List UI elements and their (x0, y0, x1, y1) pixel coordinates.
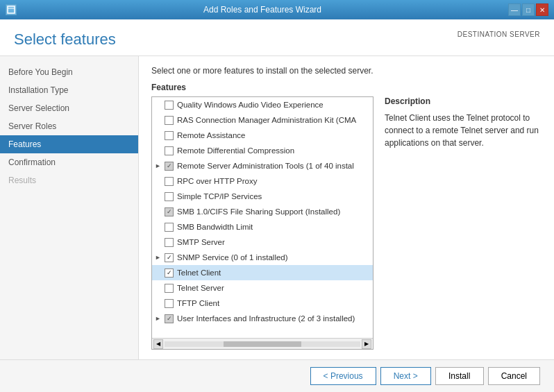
scroll-track[interactable] (165, 341, 360, 347)
close-button[interactable]: ✕ (536, 3, 548, 16)
features-list[interactable]: Quality Windows Audio Video Experience R… (152, 97, 373, 338)
feature-checkbox[interactable]: ✓ (165, 162, 174, 171)
features-list-container: Quality Windows Audio Video Experience R… (151, 96, 373, 350)
feature-checkbox[interactable]: ✓ (165, 253, 174, 262)
feature-label: RAS Connection Manager Administration Ki… (177, 116, 370, 124)
features-section: Quality Windows Audio Video Experience R… (151, 96, 542, 350)
feature-label: Telnet Server (177, 284, 370, 292)
page-title: Select features (14, 31, 116, 49)
feature-checkbox[interactable] (165, 238, 174, 247)
sidebar: Before You Begin Installation Type Serve… (0, 56, 139, 359)
feature-checkbox[interactable] (165, 177, 174, 186)
feature-checkbox[interactable] (165, 101, 174, 110)
wizard-container: Select features DESTINATION SERVER Befor… (0, 19, 554, 392)
sidebar-item-results: Results (0, 171, 138, 189)
feature-checkbox[interactable] (165, 299, 174, 308)
list-item[interactable]: RAS Connection Manager Administration Ki… (152, 112, 373, 128)
sidebar-item-server-selection[interactable]: Server Selection (0, 99, 138, 117)
feature-checkbox[interactable] (165, 131, 174, 140)
feature-label: TFTP Client (177, 299, 370, 307)
list-item[interactable]: ✓ SMB 1.0/CIFS File Sharing Support (Ins… (152, 204, 373, 219)
sidebar-item-features[interactable]: Features (0, 135, 138, 153)
app-icon (6, 4, 17, 15)
wizard-header: Select features DESTINATION SERVER (0, 19, 554, 56)
list-item[interactable]: Remote Assistance (152, 128, 373, 143)
list-item[interactable]: TFTP Client (152, 296, 373, 311)
feature-label: Remote Differential Compression (177, 146, 370, 155)
expand-icon: ► (155, 162, 165, 169)
horizontal-scrollbar[interactable]: ◀ ▶ (152, 338, 373, 349)
destination-server-label: DESTINATION SERVER (458, 31, 540, 38)
feature-label: RPC over HTTP Proxy (177, 177, 370, 185)
title-bar: Add Roles and Features Wizard ― □ ✕ (0, 0, 554, 19)
wizard-footer: < Previous Next > Install Cancel (0, 359, 554, 392)
scroll-thumb[interactable] (224, 341, 302, 347)
list-item[interactable]: ► ✓ User Interfaces and Infrastructure (… (152, 311, 373, 326)
feature-label: SMB Bandwidth Limit (177, 223, 370, 231)
previous-button[interactable]: < Previous (310, 367, 376, 385)
sidebar-item-before-you-begin[interactable]: Before You Begin (0, 63, 138, 81)
description-text: Telnet Client uses the Telnet protocol t… (385, 112, 539, 149)
window-title: Add Roles and Features Wizard (17, 5, 508, 15)
scroll-right-button[interactable]: ▶ (362, 339, 371, 349)
instruction-text: Select one or more features to install o… (151, 66, 542, 76)
feature-label: Simple TCP/IP Services (177, 192, 370, 201)
features-label: Features (151, 83, 542, 92)
svg-rect-0 (8, 6, 15, 13)
maximize-button[interactable]: □ (522, 3, 535, 16)
feature-label: Remote Server Administration Tools (1 of… (177, 162, 370, 170)
list-item[interactable]: RPC over HTTP Proxy (152, 173, 373, 189)
feature-checkbox[interactable]: ✓ (165, 207, 174, 216)
expand-icon: ► (155, 315, 165, 322)
sidebar-item-installation-type[interactable]: Installation Type (0, 81, 138, 99)
list-item-telnet-client[interactable]: ✓ Telnet Client (152, 265, 373, 280)
feature-label: SNMP Service (0 of 1 installed) (177, 253, 370, 262)
feature-label-telnet-client: Telnet Client (177, 269, 370, 277)
feature-label: SMTP Server (177, 238, 370, 246)
list-item[interactable]: Telnet Server (152, 280, 373, 296)
feature-checkbox[interactable]: ✓ (165, 314, 174, 323)
list-item[interactable]: ► ✓ Remote Server Administration Tools (… (152, 158, 373, 173)
feature-label: Remote Assistance (177, 131, 370, 139)
list-item[interactable]: Simple TCP/IP Services (152, 189, 373, 204)
list-item[interactable]: Quality Windows Audio Video Experience (152, 97, 373, 112)
main-content: Select one or more features to install o… (139, 56, 554, 359)
feature-checkbox[interactable] (165, 192, 174, 201)
minimize-button[interactable]: ― (508, 3, 521, 16)
list-item[interactable]: ► ✓ SNMP Service (0 of 1 installed) (152, 250, 373, 265)
list-item[interactable]: SMB Bandwidth Limit (152, 219, 373, 235)
list-item[interactable]: Remote Differential Compression (152, 143, 373, 158)
next-button[interactable]: Next > (380, 367, 431, 385)
sidebar-item-server-roles[interactable]: Server Roles (0, 117, 138, 135)
feature-checkbox[interactable] (165, 116, 174, 125)
list-item[interactable]: SMTP Server (152, 235, 373, 250)
description-title: Description (385, 96, 539, 106)
feature-label: SMB 1.0/CIFS File Sharing Support (Insta… (177, 207, 370, 216)
feature-checkbox[interactable] (165, 223, 174, 232)
feature-checkbox-telnet-client[interactable]: ✓ (165, 269, 174, 278)
install-button[interactable]: Install (435, 367, 484, 385)
sidebar-item-confirmation[interactable]: Confirmation (0, 153, 138, 171)
wizard-body: Before You Begin Installation Type Serve… (0, 56, 554, 359)
description-panel: Description Telnet Client uses the Telne… (382, 96, 542, 350)
cancel-button[interactable]: Cancel (488, 367, 540, 385)
feature-checkbox[interactable] (165, 146, 174, 155)
feature-label: Quality Windows Audio Video Experience (177, 101, 370, 109)
expand-icon: ► (155, 254, 165, 261)
scroll-left-button[interactable]: ◀ (153, 339, 163, 349)
feature-label: User Interfaces and Infrastructure (2 of… (177, 314, 370, 323)
window-controls: ― □ ✕ (508, 3, 548, 16)
feature-checkbox[interactable] (165, 284, 174, 293)
